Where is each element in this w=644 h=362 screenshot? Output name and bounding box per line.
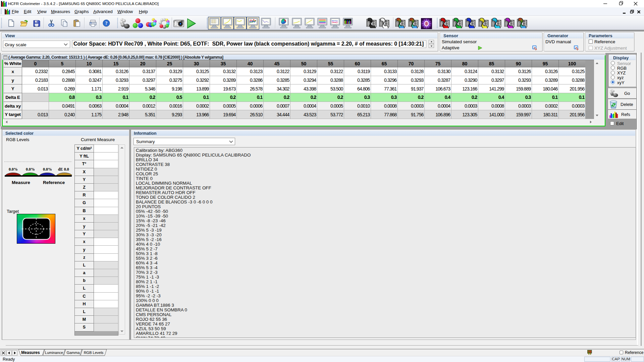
svg-text:Luminance: Luminance (45, 351, 63, 355)
svg-text:Gamma: Gamma (66, 351, 80, 355)
svg-text:RGB Levels: RGB Levels (84, 351, 104, 355)
svg-text:?: ? (105, 21, 108, 26)
svg-text:Measures: Measures (21, 350, 40, 355)
